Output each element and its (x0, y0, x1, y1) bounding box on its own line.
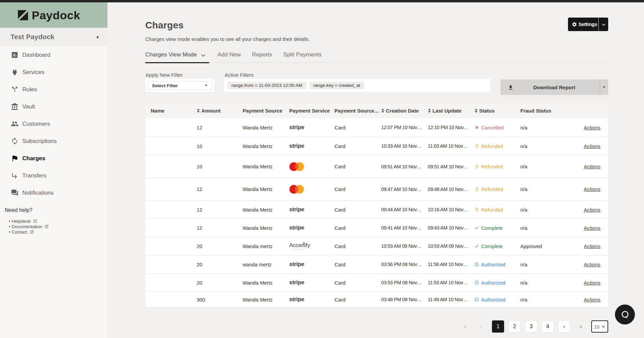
sidebar-item-dashboard[interactable]: Dashboard (0, 46, 107, 64)
bullet-icon: • (9, 219, 10, 224)
sort-icon[interactable] (474, 108, 478, 113)
status-cancelled-icon (474, 125, 479, 130)
cell-actions: Actions (561, 164, 608, 169)
sidebar-item-label: Dashboard (22, 52, 50, 58)
cell-payment-source-type: Card (335, 297, 381, 303)
pagination-next-button[interactable]: › (558, 320, 570, 333)
paydock-logo-icon (18, 10, 28, 20)
active-filters-panel: range.from = 11-03-2023 12:00 AMrange.ke… (224, 79, 490, 92)
cell-last-update: 11:53 AM 10 Nov… (428, 280, 474, 285)
tab-charges-view-mode[interactable]: Charges View Mode (145, 49, 206, 63)
external-link-icon (45, 224, 49, 228)
cell-payment-source-type: Card (335, 125, 381, 130)
actions-link[interactable]: Actions (584, 243, 600, 249)
cell-payment-service: stripe (289, 296, 335, 303)
settings-button-main[interactable]: Settings (568, 18, 598, 31)
actions-link[interactable]: Actions (584, 280, 600, 286)
sidebar-item-charges[interactable]: Charges (0, 150, 107, 167)
actions-link[interactable]: Actions (584, 225, 600, 231)
sort-icon[interactable] (381, 108, 385, 113)
stripe-logo: stripe (289, 261, 304, 268)
column-header-label: Last Update (432, 108, 462, 114)
sidebar-item-label: Customers (22, 121, 50, 127)
cell-actions: Actions (561, 186, 608, 192)
pagination-page-2[interactable]: 2 (509, 320, 521, 333)
column-header-amount[interactable]: Amount (197, 108, 243, 114)
sidebar-item-subscriptions[interactable]: Subscriptions (0, 132, 107, 150)
status-authorized-icon (474, 262, 479, 267)
top-bar (0, 0, 644, 2)
column-header-creation-date[interactable]: Creation Date (381, 108, 428, 114)
column-header-label: Amount (201, 108, 221, 114)
column-header-label: Payment Source… (335, 108, 379, 114)
sidebar-item-rules[interactable]: Rules (0, 81, 107, 98)
cell-payment-source: Wanda Mertz (243, 280, 289, 286)
column-header-status[interactable]: Status (474, 108, 520, 114)
status-label: Complete (481, 243, 503, 249)
sidebar-item-vault[interactable]: Vault (0, 98, 107, 115)
sidebar-item-transfers[interactable]: Transfers (0, 167, 107, 184)
cell-creation-date: 09:41 AM 10 Nov… (381, 225, 428, 231)
page-size-select[interactable]: 10 (591, 320, 608, 333)
sidebar-item-notifications[interactable]: Notifications (0, 184, 107, 201)
cell-payment-source-type: Card (335, 280, 381, 286)
tab-reports[interactable]: Reports (252, 49, 272, 63)
pagination-page-4[interactable]: 4 (542, 320, 554, 333)
actions-link[interactable]: Actions (584, 186, 600, 192)
actions-link[interactable]: Actions (584, 297, 600, 303)
cell-last-update: 10:16 AM 10 Nov… (428, 207, 474, 212)
column-header-last-update[interactable]: Last Update (428, 108, 474, 114)
status-refunded-icon (474, 207, 479, 212)
services-icon (11, 68, 19, 76)
status-badge: Refunded (474, 164, 503, 169)
sidebar-item-customers[interactable]: Customers (0, 115, 107, 132)
org-switcher[interactable]: Test Paydock (0, 28, 107, 46)
actions-link[interactable]: Actions (584, 207, 600, 213)
cell-status: Refunded (474, 164, 520, 169)
select-filter-dropdown[interactable]: Select Filter (148, 81, 212, 90)
cell-last-update: 10:53 AM 09 Nov… (428, 243, 474, 249)
collapse-sidebar-icon[interactable] (94, 34, 100, 40)
chevron-left-icon: ‹ (480, 323, 482, 330)
help-link-label: Contact (12, 230, 28, 235)
tab-add-new[interactable]: Add New (218, 49, 241, 63)
help-link-helpdesk[interactable]: •Helpdesk (9, 218, 107, 224)
double-chevron-right-icon: » (579, 323, 583, 330)
cell-payment-service: stripe (289, 224, 335, 231)
active-filter-chip[interactable]: range.from = 11-03-2023 12:00 AM (227, 82, 306, 89)
pagination-last-button[interactable]: » (575, 320, 587, 333)
sort-icon[interactable] (197, 108, 200, 113)
table-row: 20Wanda mertzAccertifyAN AMERICAN EXPRES… (145, 237, 608, 255)
actions-link[interactable]: Actions (584, 125, 600, 130)
cell-amount: 12 (197, 186, 243, 192)
column-header-name: Name (145, 108, 197, 114)
download-report-main[interactable]: Download Report (500, 79, 600, 95)
cell-amount: 12 (197, 207, 243, 213)
settings-button[interactable]: Settings (568, 18, 608, 31)
settings-dropdown-toggle[interactable] (599, 18, 608, 31)
download-report-button[interactable]: Download Report (500, 79, 608, 95)
cell-creation-date: 10:53 AM 09 Nov… (381, 243, 428, 249)
help-link-documentation[interactable]: •Documentation (9, 224, 107, 229)
help-link-label: Documentation (12, 224, 43, 229)
sidebar-item-label: Transfers (22, 172, 46, 179)
pagination-page-3[interactable]: 3 (525, 320, 537, 333)
paydock-logo[interactable]: Paydock (18, 9, 80, 21)
pagination-page-1[interactable]: 1 (492, 320, 504, 333)
cell-fraud-status: n/a (520, 297, 561, 303)
actions-link[interactable]: Actions (584, 164, 600, 169)
help-link-contact[interactable]: •Contact (9, 229, 107, 235)
tab-split-payments[interactable]: Split Payments (283, 49, 321, 63)
cell-creation-date: 09:51 AM 10 Nov… (381, 164, 428, 169)
apply-filter-panel: Select Filter (145, 79, 214, 92)
chat-widget-button[interactable] (615, 305, 635, 324)
status-badge: Cancelled (474, 125, 504, 130)
sidebar-item-services[interactable]: Services (0, 64, 107, 81)
cell-amount: 20 (197, 280, 243, 286)
active-filter-chip[interactable]: range.key = created_at (309, 82, 364, 89)
actions-link[interactable]: Actions (584, 143, 600, 149)
cell-last-update: 09:48 AM 10 Nov… (428, 187, 474, 192)
column-header-fraud-status: Fraud Status (520, 108, 561, 114)
sort-icon[interactable] (428, 108, 431, 113)
actions-link[interactable]: Actions (584, 262, 600, 267)
